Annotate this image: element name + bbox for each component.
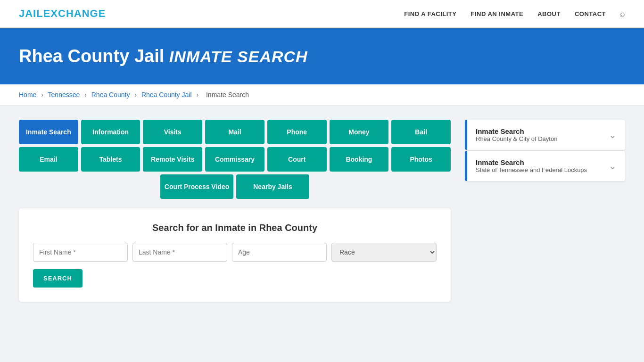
nav-contact[interactable]: CONTACT: [575, 10, 606, 17]
page-title: Rhea County Jail INMATE SEARCH: [19, 46, 625, 66]
main-content: Inmate Search Information Visits Mail Ph…: [0, 106, 644, 316]
tab-row-2: Email Tablets Remote Visits Commissary C…: [19, 147, 451, 172]
tab-money[interactable]: Money: [330, 120, 389, 144]
tab-information[interactable]: Information: [81, 120, 140, 144]
search-form-title: Search for an Inmate in Rhea County: [33, 222, 437, 233]
nav-find-facility[interactable]: FIND A FACILITY: [404, 10, 456, 17]
search-button[interactable]: SEARCH: [33, 269, 83, 288]
nav-about[interactable]: ABOUT: [537, 10, 561, 17]
chevron-down-icon-2: ⌄: [609, 160, 617, 172]
sidebar-card-2-header[interactable]: Inmate Search State of Tennessee and Fed…: [465, 151, 625, 181]
sidebar-card-2: Inmate Search State of Tennessee and Fed…: [465, 151, 625, 181]
tab-commissary[interactable]: Commissary: [205, 147, 264, 172]
tab-tablets[interactable]: Tablets: [81, 147, 140, 172]
tab-bail[interactable]: Bail: [391, 120, 451, 144]
breadcrumb-rhea-county[interactable]: Rhea County: [91, 91, 130, 99]
tab-photos[interactable]: Photos: [391, 147, 451, 172]
right-column: Inmate Search Rhea County & City of Dayt…: [465, 120, 625, 182]
logo[interactable]: JAILEXCHANGE: [19, 8, 106, 20]
breadcrumb: Home › Tennessee › Rhea County › Rhea Co…: [0, 84, 644, 106]
age-input[interactable]: [232, 243, 327, 262]
tab-inmate-search[interactable]: Inmate Search: [19, 120, 78, 144]
tab-booking[interactable]: Booking: [330, 147, 389, 172]
sidebar-card-1: Inmate Search Rhea County & City of Dayt…: [465, 120, 625, 150]
race-select[interactable]: Race White Black Hispanic Asian Other: [331, 243, 437, 262]
tab-email[interactable]: Email: [19, 147, 78, 172]
first-name-input[interactable]: [33, 243, 128, 262]
sidebar-card-2-title: Inmate Search: [476, 158, 587, 166]
nav-links: FIND A FACILITY FIND AN INMATE ABOUT CON…: [404, 9, 625, 19]
tab-visits[interactable]: Visits: [143, 120, 202, 144]
chevron-down-icon-1: ⌄: [609, 129, 617, 140]
tab-court-process-video[interactable]: Court Process Video: [160, 174, 233, 199]
breadcrumb-tennessee[interactable]: Tennessee: [48, 91, 80, 99]
logo-exchange: EXCHANGE: [43, 8, 106, 19]
tab-row-3: Court Process Video Nearby Jails: [19, 174, 451, 199]
logo-jail: JAIL: [19, 8, 43, 19]
search-fields: Race White Black Hispanic Asian Other: [33, 243, 437, 262]
tab-remote-visits[interactable]: Remote Visits: [143, 147, 202, 172]
search-icon[interactable]: ⌕: [620, 9, 625, 19]
sidebar-card-1-subtitle: Rhea County & City of Dayton: [476, 135, 557, 142]
sidebar-card-2-subtitle: State of Tennessee and Federal Lockups: [476, 166, 587, 173]
breadcrumb-home[interactable]: Home: [19, 91, 36, 99]
search-form-container: Search for an Inmate in Rhea County Race…: [19, 208, 451, 302]
tab-nearby-jails[interactable]: Nearby Jails: [236, 174, 309, 199]
tab-row-1: Inmate Search Information Visits Mail Ph…: [19, 120, 451, 144]
breadcrumb-current: Inmate Search: [206, 91, 249, 99]
last-name-input[interactable]: [132, 243, 227, 262]
breadcrumb-rhea-county-jail[interactable]: Rhea County Jail: [141, 91, 192, 99]
tab-court[interactable]: Court: [267, 147, 327, 172]
tab-mail[interactable]: Mail: [205, 120, 264, 144]
navbar: JAILEXCHANGE FIND A FACILITY FIND AN INM…: [0, 0, 644, 28]
nav-find-inmate[interactable]: FIND AN INMATE: [471, 10, 523, 17]
left-column: Inmate Search Information Visits Mail Ph…: [19, 120, 451, 302]
sidebar-card-1-header[interactable]: Inmate Search Rhea County & City of Dayt…: [465, 120, 625, 150]
hero-banner: Rhea County Jail INMATE SEARCH: [0, 28, 644, 84]
tab-phone[interactable]: Phone: [267, 120, 327, 144]
sidebar-card-1-title: Inmate Search: [476, 127, 557, 135]
